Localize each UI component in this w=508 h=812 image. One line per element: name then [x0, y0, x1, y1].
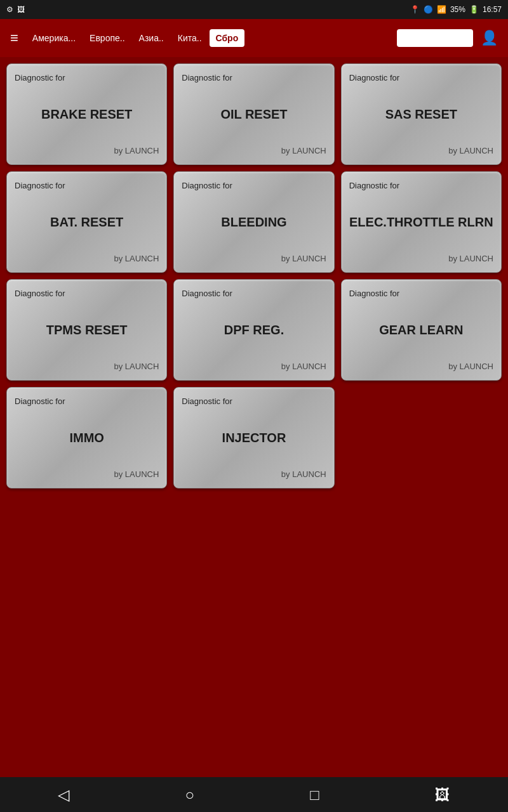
diagnostic-label: Diagnostic for: [15, 396, 159, 406]
user-profile-button[interactable]: 👤: [476, 25, 503, 51]
by-launch-label: by LAUNCH: [182, 254, 326, 263]
status-bar: ⚙ 🖼 📍 🔵 📶 35% 🔋 16:57: [0, 0, 508, 19]
battery-icon: 🔋: [469, 5, 479, 14]
card-title: ELEC.THROTTLE RLRN: [349, 190, 493, 254]
card-title: IMMO: [15, 406, 159, 469]
card-title: SAS RESET: [349, 82, 493, 146]
location-icon: 📍: [410, 5, 420, 14]
home-button[interactable]: ○: [180, 781, 199, 809]
diagnostic-card-6[interactable]: Diagnostic for TPMS RESET by LAUNCH: [6, 279, 167, 381]
diagnostic-card-1[interactable]: Diagnostic for OIL RESET by LAUNCH: [173, 63, 334, 165]
image-icon: 🖼: [17, 5, 25, 14]
card-title: GEAR LEARN: [349, 298, 493, 362]
tab-china[interactable]: Кита..: [171, 29, 208, 47]
search-input[interactable]: [397, 29, 473, 47]
diagnostic-label: Diagnostic for: [15, 73, 159, 82]
diagnostic-card-5[interactable]: Diagnostic for ELEC.THROTTLE RLRN by LAU…: [341, 171, 502, 273]
screenshot-button[interactable]: 🖼: [430, 781, 455, 809]
by-launch-label: by LAUNCH: [15, 254, 159, 263]
card-title: BLEEDING: [182, 190, 326, 254]
tab-europe[interactable]: Европе..: [83, 29, 131, 47]
diagnostic-label: Diagnostic for: [15, 181, 159, 190]
status-left-icons: ⚙ 🖼: [6, 5, 25, 14]
by-launch-label: by LAUNCH: [349, 146, 493, 155]
settings-icon: ⚙: [6, 5, 13, 14]
by-launch-label: by LAUNCH: [15, 146, 159, 155]
diagnostic-label: Diagnostic for: [182, 289, 326, 298]
by-launch-label: by LAUNCH: [182, 362, 326, 371]
card-title: OIL RESET: [182, 82, 326, 146]
diagnostic-card-10[interactable]: Diagnostic for INJECTOR by LAUNCH: [173, 387, 334, 488]
cards-grid: Diagnostic for BRAKE RESET by LAUNCH Dia…: [0, 57, 508, 777]
diagnostic-label: Diagnostic for: [182, 73, 326, 82]
diagnostic-card-7[interactable]: Diagnostic for DPF REG. by LAUNCH: [173, 279, 334, 381]
nav-tabs: Америка... Европе.. Азиа.. Кита.. Сбро: [26, 29, 394, 47]
tab-reset[interactable]: Сбро: [210, 29, 245, 47]
back-button[interactable]: ◁: [53, 781, 74, 809]
diagnostic-label: Diagnostic for: [349, 73, 493, 82]
card-title: BRAKE RESET: [15, 82, 159, 146]
nav-bar: ≡ Америка... Европе.. Азиа.. Кита.. Сбро…: [0, 19, 508, 57]
by-launch-label: by LAUNCH: [15, 469, 159, 479]
by-launch-label: by LAUNCH: [349, 362, 493, 371]
diagnostic-card-2[interactable]: Diagnostic for SAS RESET by LAUNCH: [341, 63, 502, 165]
diagnostic-label: Diagnostic for: [349, 289, 493, 298]
diagnostic-card-9[interactable]: Diagnostic for IMMO by LAUNCH: [6, 387, 167, 488]
diagnostic-card-8[interactable]: Diagnostic for GEAR LEARN by LAUNCH: [341, 279, 502, 381]
status-right-info: 📍 🔵 📶 35% 🔋 16:57: [410, 5, 502, 14]
by-launch-label: by LAUNCH: [349, 254, 493, 263]
diagnostic-card-4[interactable]: Diagnostic for BLEEDING by LAUNCH: [173, 171, 334, 273]
card-title: TPMS RESET: [15, 298, 159, 362]
diagnostic-label: Diagnostic for: [182, 396, 326, 406]
bluetooth-icon: 🔵: [424, 5, 433, 14]
diagnostic-card-0[interactable]: Diagnostic for BRAKE RESET by LAUNCH: [6, 63, 167, 165]
menu-button[interactable]: ≡: [5, 25, 23, 51]
card-title: BAT. RESET: [15, 190, 159, 254]
wifi-icon: 📶: [437, 5, 446, 14]
diagnostic-label: Diagnostic for: [182, 181, 326, 190]
recent-apps-button[interactable]: □: [305, 781, 324, 809]
diagnostic-label: Diagnostic for: [349, 181, 493, 190]
diagnostic-card-3[interactable]: Diagnostic for BAT. RESET by LAUNCH: [6, 171, 167, 273]
diagnostic-label: Diagnostic for: [15, 289, 159, 298]
tab-asia[interactable]: Азиа..: [133, 29, 170, 47]
by-launch-label: by LAUNCH: [15, 362, 159, 371]
bottom-nav: ◁ ○ □ 🖼: [0, 777, 508, 812]
tab-america[interactable]: Америка...: [26, 29, 82, 47]
card-title: INJECTOR: [182, 406, 326, 469]
clock: 16:57: [483, 5, 502, 14]
battery-percent: 35%: [450, 5, 465, 14]
by-launch-label: by LAUNCH: [182, 146, 326, 155]
by-launch-label: by LAUNCH: [182, 469, 326, 479]
card-title: DPF REG.: [182, 298, 326, 362]
